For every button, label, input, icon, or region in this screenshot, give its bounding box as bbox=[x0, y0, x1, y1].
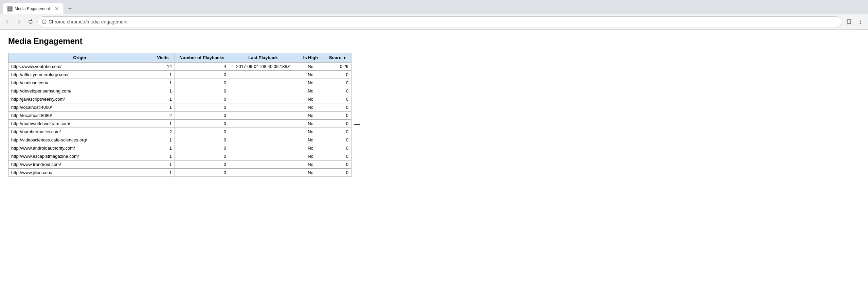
cell-last-playback bbox=[229, 161, 297, 169]
table-row: http://developer.samsung.com/10No0 bbox=[8, 87, 351, 95]
score-label: Score bbox=[329, 55, 341, 60]
table-row: http://localhost:8080/20No0 bbox=[8, 112, 351, 120]
cell-origin: http://www.androidauthority.com/ bbox=[8, 144, 151, 152]
cell-score: 0 bbox=[324, 152, 351, 161]
cell-playbacks: 0 bbox=[175, 152, 229, 161]
svg-point-5 bbox=[860, 21, 861, 22]
svg-point-4 bbox=[860, 20, 861, 20]
cell-playbacks: 0 bbox=[175, 95, 229, 103]
refresh-button[interactable] bbox=[26, 17, 35, 27]
cell-origin: http://www.escapistmagazine.com/ bbox=[8, 152, 151, 161]
cell-playbacks: 0 bbox=[175, 120, 229, 128]
cell-playbacks: 0 bbox=[175, 136, 229, 144]
browser-chrome: Media Engagement ✕ + i Chrome c bbox=[0, 0, 868, 30]
cell-is-high: No bbox=[297, 95, 324, 103]
menu-button[interactable] bbox=[856, 17, 865, 27]
cell-last-playback bbox=[229, 87, 297, 95]
table-body: https://www.youtube.com/1442017-09-04T08… bbox=[8, 63, 351, 177]
cell-score: 0 bbox=[324, 161, 351, 169]
header-is-high: Is High bbox=[297, 53, 324, 63]
cell-last-playback: 2017-09-04T08:40:09.188Z bbox=[229, 63, 297, 71]
address-text: Chrome chrome://media-engagement bbox=[49, 19, 838, 24]
svg-text:i: i bbox=[44, 20, 44, 24]
bookmark-button[interactable] bbox=[844, 17, 854, 27]
cell-score: 0 bbox=[324, 87, 351, 95]
table-row: http://affinitynumerology.com/10No0 bbox=[8, 71, 351, 79]
cell-is-high: No bbox=[297, 152, 324, 161]
cell-playbacks: 0 bbox=[175, 128, 229, 136]
cell-visits: 2 bbox=[151, 128, 175, 136]
cell-origin: http://www.frandroid.com/ bbox=[8, 161, 151, 169]
cell-origin: https://www.youtube.com/ bbox=[8, 63, 151, 71]
address-url: chrome://media-engagement bbox=[67, 19, 128, 24]
cell-origin: http://localhost:8080/ bbox=[8, 112, 151, 120]
table-header-row: Origin Visits Number of Playbacks Last P… bbox=[8, 53, 351, 63]
cell-last-playback bbox=[229, 152, 297, 161]
cell-score: 0 bbox=[324, 112, 351, 120]
cell-visits: 1 bbox=[151, 103, 175, 112]
cell-visits: 14 bbox=[151, 63, 175, 71]
cell-is-high: No bbox=[297, 112, 324, 120]
cell-origin: http://affinitynumerology.com/ bbox=[8, 71, 151, 79]
cell-last-playback bbox=[229, 112, 297, 120]
page-content: Media Engagement Origin Visits Number of… bbox=[0, 30, 868, 303]
cell-is-high: No bbox=[297, 71, 324, 79]
cell-visits: 1 bbox=[151, 71, 175, 79]
address-bar[interactable]: i Chrome chrome://media-engagement bbox=[37, 16, 842, 27]
cell-visits: 1 bbox=[151, 87, 175, 95]
cell-origin: http://mathworld.wolfram.com/ bbox=[8, 120, 151, 128]
cell-is-high: No bbox=[297, 63, 324, 71]
cell-last-playback bbox=[229, 169, 297, 177]
svg-point-6 bbox=[860, 23, 861, 24]
header-visits: Visits bbox=[151, 53, 175, 63]
security-icon: i bbox=[42, 19, 47, 24]
cell-is-high: No bbox=[297, 161, 324, 169]
svg-rect-0 bbox=[8, 7, 12, 11]
cell-is-high: No bbox=[297, 79, 324, 87]
page-title: Media Engagement bbox=[8, 36, 860, 46]
cell-is-high: No bbox=[297, 128, 324, 136]
cell-is-high: No bbox=[297, 103, 324, 112]
tab-title: Media Engagement bbox=[15, 6, 53, 11]
cell-score: 0 bbox=[324, 95, 351, 103]
forward-button[interactable] bbox=[14, 17, 24, 27]
cell-playbacks: 0 bbox=[175, 161, 229, 169]
cell-origin: http://localhost:4000/ bbox=[8, 103, 151, 112]
media-engagement-table: Origin Visits Number of Playbacks Last P… bbox=[8, 53, 351, 177]
cell-playbacks: 4 bbox=[175, 63, 229, 71]
cell-last-playback bbox=[229, 95, 297, 103]
cell-is-high: No bbox=[297, 136, 324, 144]
cell-playbacks: 0 bbox=[175, 112, 229, 120]
cell-score: 0.29 bbox=[324, 63, 351, 71]
cell-origin: http://developer.samsung.com/ bbox=[8, 87, 151, 95]
cell-is-high: No bbox=[297, 169, 324, 177]
cell-visits: 1 bbox=[151, 169, 175, 177]
new-tab-button[interactable]: + bbox=[65, 4, 75, 13]
cell-origin: http://numbermatics.com/ bbox=[8, 128, 151, 136]
cell-visits: 1 bbox=[151, 152, 175, 161]
cell-is-high: No bbox=[297, 144, 324, 152]
cell-visits: 1 bbox=[151, 136, 175, 144]
active-tab[interactable]: Media Engagement ✕ bbox=[3, 3, 64, 14]
tab-favicon bbox=[7, 6, 13, 12]
delete-row-button[interactable] bbox=[354, 124, 360, 125]
cell-last-playback bbox=[229, 79, 297, 87]
sort-arrow-icon: ▼ bbox=[343, 56, 346, 60]
header-last-playback: Last Playback bbox=[229, 53, 297, 63]
cell-score: 0 bbox=[324, 128, 351, 136]
cell-last-playback bbox=[229, 136, 297, 144]
back-button[interactable] bbox=[3, 17, 12, 27]
cell-playbacks: 0 bbox=[175, 169, 229, 177]
cell-visits: 1 bbox=[151, 161, 175, 169]
header-score[interactable]: Score ▼ bbox=[324, 53, 351, 63]
table-row: https://www.youtube.com/1442017-09-04T08… bbox=[8, 63, 351, 71]
cell-score: 0 bbox=[324, 169, 351, 177]
cell-last-playback bbox=[229, 144, 297, 152]
table-row: http://www.frandroid.com/10No0 bbox=[8, 161, 351, 169]
tab-close-button[interactable]: ✕ bbox=[54, 6, 59, 12]
cell-score: 0 bbox=[324, 144, 351, 152]
cell-origin: http://caniuse.com/ bbox=[8, 79, 151, 87]
cell-visits: 1 bbox=[151, 79, 175, 87]
table-row: http://localhost:4000/10No0 bbox=[8, 103, 351, 112]
cell-origin: http://javascriptweekly.com/ bbox=[8, 95, 151, 103]
